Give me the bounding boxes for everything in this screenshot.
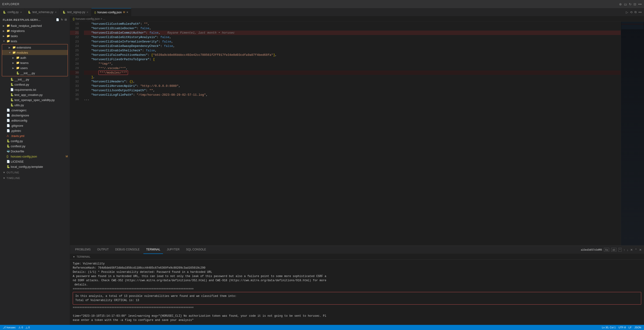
maximize-panel-icon[interactable]: ⌃ — [635, 248, 637, 252]
errors-label[interactable]: ⚠ 0 — [18, 326, 23, 329]
collapse-arrow: ▶ — [12, 62, 16, 64]
item-label: tests — [11, 40, 17, 43]
scroll-down-icon[interactable]: ↓ — [627, 248, 628, 252]
python-icon: 🐍 — [6, 144, 11, 148]
history-icon[interactable]: ⟲ — [630, 11, 632, 14]
sidebar-item-conftest[interactable]: 🐍 conftest.py — [0, 82, 70, 87]
close-search-icon[interactable]: ✕ — [630, 248, 633, 252]
collapse-icon[interactable]: ⊟ — [634, 2, 636, 6]
sidebar-item-coveragerc[interactable]: 📄 .coveragerc — [0, 108, 70, 113]
item-label: .gitignore — [11, 124, 23, 127]
sidebar-item-dockerignore[interactable]: 📄 .dockerignore — [0, 113, 70, 118]
position-label[interactable]: Ln 30, Col 1 — [602, 326, 616, 329]
line-ending-label[interactable]: LF — [628, 326, 632, 329]
tab-test-signup[interactable]: 🐍 test_signup.py ✕ — [60, 8, 92, 16]
sidebar-item-requirements[interactable]: 📄 requirements.txt — [0, 87, 70, 92]
item-label: requirements.txt — [14, 88, 36, 92]
tab-problems[interactable]: PROBLEMS — [72, 246, 94, 254]
collapse-arrow: ▶ — [3, 25, 6, 27]
refresh-icon[interactable]: ↻ — [61, 18, 63, 21]
sidebar-item-test-app[interactable]: 🐍 test_app_creation.py — [0, 92, 70, 97]
code-content[interactable]: "horusecCliCustomRulesPath": "", "horuse… — [82, 22, 621, 245]
collapse-arrow: ▶ — [9, 46, 12, 49]
terminal-warning-1: time="2023-10-10T15:14:17-03:00" level=w… — [73, 314, 641, 322]
whole-word-btn[interactable]: ab — [611, 248, 616, 252]
tab-close-icon[interactable]: ✕ — [20, 11, 22, 14]
collapse-icon[interactable]: ⊟ — [64, 18, 67, 21]
panel-tabs-right: a10ed3df37c0dfff8 Aa ab * ↑ ↓ ✕ ⌃ ✕ — [581, 248, 642, 252]
sidebar-item-migrations[interactable]: ▶ 📁 migrations — [0, 28, 70, 33]
section-timeline[interactable]: ▼ TIMELINE — [0, 176, 70, 180]
case-sensitive-btn[interactable]: Aa — [604, 248, 609, 252]
terminal-line: ReferenceHash: 764d6deb56f2db8a1856cd118… — [73, 266, 641, 270]
sidebar-item-config-py[interactable]: 🐍 config.py — [0, 138, 70, 144]
tab-sql-console[interactable]: SQL CONSOLE — [183, 246, 209, 254]
scroll-up-icon[interactable]: ↑ — [624, 248, 625, 252]
terminal-blank — [73, 322, 641, 325]
sidebar-item-tests[interactable]: ▼ 📁 tests — [0, 39, 70, 44]
sidebar-item-license[interactable]: 📄 LICENSE — [0, 159, 70, 164]
terminal-vuln-box: In this analysis, a total of 13 possible… — [73, 292, 641, 304]
new-file-icon[interactable]: 📄 — [56, 18, 60, 21]
folder-icon: 📁 — [6, 24, 11, 27]
encoding-label[interactable]: UTF-8 — [618, 326, 626, 329]
regex-btn[interactable]: * — [618, 248, 622, 252]
terminal-area[interactable]: Type: Vulnerability ReferenceHash: 764d6… — [70, 260, 644, 325]
sidebar-item-dockerfile[interactable]: 🐳 Dockerfile — [0, 149, 70, 154]
tab-close-icon[interactable]: ✕ — [86, 11, 88, 14]
tab-horusec-config[interactable]: {} horusec-config.json M ✕ — [92, 8, 131, 16]
new-file-icon[interactable]: ⊕ — [619, 2, 622, 6]
tab-close-icon[interactable]: ✕ — [55, 11, 57, 14]
sidebar-item-users[interactable]: ▶ 📁 users — [2, 65, 68, 71]
sidebar-item-modules[interactable]: ▼ 📁 modules — [2, 50, 68, 55]
sidebar-item-utils[interactable]: 🐍 utils.py — [0, 103, 70, 108]
code-editor[interactable]: 19 20 21 22 23 24 25 26 27 28 29 30 31 3… — [70, 22, 621, 245]
tab-debug-console[interactable]: DEBUG CONSOLE — [112, 246, 142, 254]
sidebar-item-local-config[interactable]: 🐍 local_config.py.template — [0, 164, 70, 169]
tab-jupyter[interactable]: JUPYTER — [164, 246, 182, 254]
refresh-icon[interactable]: ↻ — [629, 2, 632, 6]
split-icon[interactable]: ⧉ — [634, 10, 636, 14]
editor-with-minimap: 19 20 21 22 23 24 25 26 27 28 29 30 31 3… — [70, 22, 644, 245]
bottom-panel: PROBLEMS OUTPUT DEBUG CONSOLE TERMINAL J… — [70, 245, 644, 325]
item-label: conftest.py — [14, 83, 29, 86]
tab-test-schemas[interactable]: 🐍 test_schemas.py ✕ — [25, 8, 60, 16]
sidebar-item-horusec-json[interactable]: {} horusec-config.json M — [0, 154, 70, 159]
sidebar-item-travis[interactable]: ⚠ .travis.yml — [0, 133, 70, 138]
sidebar-item-tasks[interactable]: ▶ 📁 tasks — [0, 33, 70, 39]
minimap[interactable] — [621, 22, 644, 245]
minimap-content — [621, 22, 644, 245]
sidebar-item-flask-patched[interactable]: ▶ 📁 flask_restplus_patched — [0, 23, 70, 28]
tab-output[interactable]: OUTPUT — [94, 246, 112, 254]
sidebar-item-teams[interactable]: ▶ 📁 teams — [2, 60, 68, 65]
section-label-text: OUTLINE — [6, 171, 19, 174]
sidebar-item-init-modules[interactable]: 🐍 __init__.py — [2, 71, 68, 76]
code-line: "horusecCliEnableShellcheck": false, — [84, 48, 621, 53]
sidebar-item-test-openapi[interactable]: 🐍 test_openapi_spec_validity.py — [0, 97, 70, 103]
more-icon[interactable]: ••• — [638, 2, 642, 6]
warnings-label[interactable]: △ 0 — [26, 326, 30, 329]
sidebar-item-extensions[interactable]: ▶ 📁 extensions — [2, 45, 68, 50]
sidebar-content: ▶ 📁 flask_restplus_patched ▶ 📁 migration… — [0, 23, 70, 325]
sidebar-item-gitignore[interactable]: 📄 .gitignore — [0, 123, 70, 128]
python-icon: 🐍 — [10, 78, 14, 81]
sidebar-item-editorconfig[interactable]: 📄 .editorconfig — [0, 118, 70, 123]
sidebar-item-init-tests[interactable]: 🐍 __init__.py — [0, 77, 70, 82]
language-label[interactable]: JSON — [634, 326, 641, 329]
branch-label[interactable]: ⎇ horusec — [3, 326, 16, 329]
code-line: "horusecCliEnableInformationSeverity": f… — [84, 40, 621, 44]
close-panel-icon[interactable]: ✕ — [639, 248, 642, 252]
tab-close-icon[interactable]: ✕ — [126, 11, 128, 14]
code-line: "horusecCliCustomRulesPath": "", — [84, 22, 621, 26]
panel-collapse-arrow[interactable]: ▼ — [73, 255, 75, 258]
section-outline[interactable]: ▼ OUTLINE — [0, 170, 70, 175]
item-label: horusec-config.json — [11, 155, 37, 158]
sidebar-item-pylintrc[interactable]: 📄 .pylintrc — [0, 128, 70, 133]
tab-config-py[interactable]: 🐍 config.py ✕ — [0, 8, 25, 16]
more-icon[interactable]: ••• — [638, 11, 642, 14]
new-folder-icon[interactable]: 🗂 — [624, 2, 627, 6]
tab-terminal[interactable]: TERMINAL — [144, 246, 163, 254]
sidebar-item-conftest-root[interactable]: 🐍 conftest.py — [0, 144, 70, 149]
sidebar-item-auth[interactable]: ▶ 📁 auth — [2, 55, 68, 60]
run-icon[interactable]: ▷ — [626, 11, 628, 14]
